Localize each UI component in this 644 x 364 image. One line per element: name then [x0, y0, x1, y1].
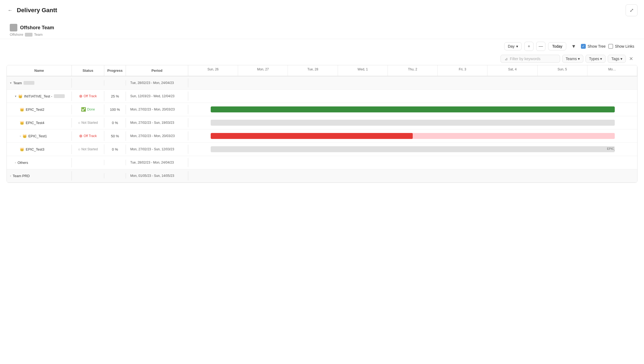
cell-period-7: Mon, 01/05/23 - Sun, 14/05/23	[126, 171, 188, 180]
table-row: 👑EPIC_Test2✅ Done100 %Mon, 27/02/23 - Mo…	[7, 103, 637, 116]
chevron-right-icon[interactable]: ›	[15, 161, 16, 164]
day-header-8: Mo…	[587, 65, 637, 76]
table-row: ▾👑INITIATIVE_Test -⊗ Off Track25 %Sun, 1…	[7, 90, 637, 103]
day-header-2: Tue, 28	[288, 65, 338, 76]
crown-icon: 👑	[22, 134, 27, 138]
chevron-right-icon[interactable]: ›	[10, 174, 11, 177]
cell-name-1: ▾👑INITIATIVE_Test -	[7, 92, 72, 101]
cell-progress-3: 0 %	[104, 118, 126, 128]
crown-icon: 👑	[18, 94, 22, 98]
cell-status-6	[72, 160, 104, 165]
table-row: ›👑EPIC_Test1⊗ Off Track50 %Mon, 27/02/23…	[7, 129, 637, 143]
status-off-track: ⊗ Off Track	[79, 94, 97, 99]
row-name-text: Team	[13, 81, 22, 85]
bar-fill	[211, 106, 615, 112]
col-header-status: Status	[72, 65, 104, 76]
bar-label: EPIC_T	[607, 147, 615, 150]
day-header-7: Sun, 5	[538, 65, 587, 76]
table-row: 👑EPIC_Test4○ Not Started0 %Mon, 27/02/23…	[7, 116, 637, 129]
gantt-bar-3	[211, 120, 615, 126]
cell-gantt-0	[188, 76, 637, 89]
day-header-6: Sat, 4	[487, 65, 537, 76]
show-links-checkbox[interactable]	[608, 44, 613, 49]
filter-placeholder[interactable]: Filter by keywords	[510, 57, 541, 61]
toolbar: Day ▾ + — Today ▼ ✓ Show Tree Show Links	[0, 39, 644, 54]
cell-status-0	[72, 80, 104, 86]
zoom-out-button[interactable]: —	[536, 42, 545, 51]
cell-gantt-2	[188, 103, 637, 116]
filter-button[interactable]: ▼	[569, 42, 578, 51]
cell-progress-0	[104, 80, 126, 86]
cell-status-2: ✅ Done	[72, 104, 104, 115]
col-header-name: Name	[7, 65, 72, 76]
teams-chevron-icon: ▾	[578, 57, 580, 61]
chevron-down-icon[interactable]: ▾	[15, 95, 17, 98]
cell-gantt-4	[188, 129, 637, 142]
chevron-down-icon[interactable]: ▾	[10, 81, 12, 85]
filter-input-wrap: ⊿ Filter by keywords	[500, 55, 560, 63]
team-icon	[10, 24, 17, 31]
status-not-started: ○ Not Started	[78, 147, 98, 151]
teams-dropdown[interactable]: Teams ▾	[562, 55, 583, 63]
cell-status-4: ⊗ Off Track	[72, 131, 104, 141]
cell-period-2: Mon, 27/02/23 - Mon, 20/03/23	[126, 105, 188, 114]
status-done: ✅ Done	[81, 107, 95, 112]
table-row: ▾TeamTue, 28/02/23 - Mon, 24/04/23	[7, 76, 637, 90]
show-tree-checkbox[interactable]: ✓	[581, 44, 586, 49]
page-title: Delivery Gantt	[17, 7, 57, 14]
types-chevron-icon: ▾	[600, 57, 602, 61]
day-header-0: Sun, 26	[188, 65, 238, 76]
gantt-container: Name Status Progress Period Sun, 26Mon, …	[6, 65, 638, 183]
row-name-text: EPIC_Test1	[28, 134, 47, 138]
crown-icon: 👑	[20, 121, 24, 125]
cell-gantt-6	[188, 156, 637, 169]
cell-status-1: ⊗ Off Track	[72, 91, 104, 101]
day-select[interactable]: Day ▾	[504, 42, 522, 50]
name-placeholder	[24, 81, 34, 85]
tags-label: Tags	[611, 57, 619, 61]
col-header-gantt: Sun, 26Mon, 27Tue, 28Wed, 1Thu, 2Fri, 3S…	[188, 65, 637, 76]
zoom-in-button[interactable]: +	[524, 42, 534, 51]
cell-gantt-1	[188, 90, 637, 103]
show-links-label: Show Links	[615, 44, 634, 48]
cell-name-0: ▾Team	[7, 78, 72, 88]
teams-label: Teams	[566, 57, 577, 61]
gantt-bar-4	[211, 133, 615, 139]
tags-chevron-icon: ▾	[620, 57, 622, 61]
gantt-table: Name Status Progress Period Sun, 26Mon, …	[7, 65, 637, 183]
types-dropdown[interactable]: Types ▾	[586, 55, 606, 63]
show-links-checkbox-label[interactable]: Show Links	[608, 44, 634, 49]
table-row: ›OthersTue, 28/02/23 - Mon, 24/04/23	[7, 156, 637, 169]
cell-status-5: ○ Not Started	[72, 144, 104, 154]
cell-period-6: Tue, 28/02/23 - Mon, 24/04/23	[126, 158, 188, 167]
bar-fill	[211, 133, 413, 139]
status-not-started: ○ Not Started	[78, 121, 98, 125]
day-header-1: Mon, 27	[238, 65, 288, 76]
cell-gantt-5: EPIC_T	[188, 143, 637, 156]
row-name-text: EPIC_Test3	[26, 147, 44, 151]
team-name-row: Offshore Team	[10, 24, 634, 31]
back-button[interactable]: ←	[6, 6, 14, 14]
show-tree-checkbox-label[interactable]: ✓ Show Tree	[581, 44, 606, 49]
gantt-rows: ▾TeamTue, 28/02/23 - Mon, 24/04/23▾👑INIT…	[7, 76, 637, 183]
chevron-right-icon[interactable]: ›	[20, 134, 21, 138]
cell-gantt-3	[188, 116, 637, 129]
expand-button[interactable]: ⤢	[626, 4, 638, 16]
row-name-text: INITIATIVE_Test -	[24, 94, 52, 98]
cell-period-0: Tue, 28/02/23 - Mon, 24/04/23	[126, 78, 188, 87]
row-name-text: EPIC_Test2	[26, 108, 44, 112]
crown-icon: 👑	[20, 108, 24, 112]
col-header-period: Period	[126, 65, 188, 76]
cell-progress-2: 100 %	[104, 105, 126, 114]
show-tree-label: Show Tree	[587, 44, 606, 48]
cell-name-6: ›Others	[7, 158, 72, 167]
col-header-progress: Progress	[104, 65, 126, 76]
close-filter-button[interactable]: ✕	[628, 55, 634, 63]
today-button[interactable]: Today	[548, 42, 566, 50]
day-header-3: Wed, 1	[338, 65, 388, 76]
cell-status-7	[72, 173, 104, 178]
team-header: Offshore Team Offshore Team	[0, 21, 644, 39]
cell-period-1: Sun, 12/03/23 - Wed, 12/04/23	[126, 92, 188, 101]
cell-name-5: 👑EPIC_Test3	[7, 145, 72, 154]
tags-dropdown[interactable]: Tags ▾	[608, 55, 626, 63]
